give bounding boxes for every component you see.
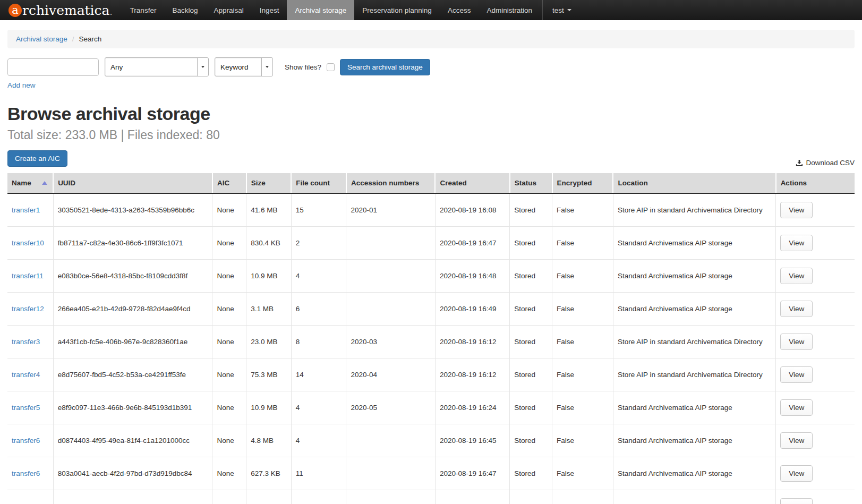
uuid-cell: fb8711a7-c82a-4e30-86c6-1ff9f3fc1071 xyxy=(53,227,212,260)
column-header-location[interactable]: Location xyxy=(613,173,775,193)
accession-numbers-cell: 2020-04 xyxy=(346,358,435,391)
show-files-checkbox[interactable] xyxy=(327,63,335,71)
select-dropdown-button[interactable] xyxy=(261,58,272,76)
archival-storage-table: Name UUID AIC Size File count Accession … xyxy=(7,173,855,504)
actions-cell: View xyxy=(776,358,855,391)
column-header-created[interactable]: Created xyxy=(435,173,509,193)
encrypted-cell: False xyxy=(552,260,613,293)
user-menu[interactable]: test xyxy=(542,0,581,20)
actions-cell: View xyxy=(776,260,855,293)
create-aic-button[interactable]: Create an AIC xyxy=(7,150,67,167)
sort-ascending-icon xyxy=(42,181,47,185)
view-button[interactable]: View xyxy=(780,202,813,218)
search-query-input[interactable] xyxy=(7,58,99,76)
column-header-accession-numbers[interactable]: Accession numbers xyxy=(346,173,435,193)
column-header-actions[interactable]: Actions xyxy=(776,173,855,193)
transfer-name-link[interactable]: transfer4 xyxy=(12,371,40,379)
column-header-encrypted[interactable]: Encrypted xyxy=(552,173,613,193)
transfer-name-link[interactable]: transfer5 xyxy=(12,404,40,412)
chevron-down-icon xyxy=(201,66,204,68)
aic-cell: None xyxy=(212,391,246,424)
view-button[interactable]: View xyxy=(780,268,813,284)
actions-cell: View xyxy=(776,227,855,260)
user-menu-label: test xyxy=(552,6,564,14)
caret-down-icon xyxy=(567,9,571,11)
nav-item-appraisal[interactable]: Appraisal xyxy=(206,0,251,20)
actions-cell: View xyxy=(776,457,855,490)
transfer-name-link[interactable]: transfer6 xyxy=(12,437,40,445)
column-header-name[interactable]: Name xyxy=(7,173,53,193)
transfer-name-link[interactable]: transfer1 xyxy=(12,206,40,214)
column-header-size[interactable]: Size xyxy=(246,173,292,193)
nav-item-preservation-planning[interactable]: Preservation planning xyxy=(354,0,440,20)
column-header-uuid[interactable]: UUID xyxy=(53,173,212,193)
column-header-status[interactable]: Status xyxy=(510,173,552,193)
created-cell: 2020-08-19 16:24 xyxy=(435,391,509,424)
location-cell: Standard Archivematica AIP storage xyxy=(613,391,775,424)
aic-cell: None xyxy=(212,326,246,358)
status-cell: Stored xyxy=(510,260,552,293)
name-cell: transfer6 xyxy=(7,424,53,457)
view-button[interactable]: View xyxy=(780,498,813,504)
select-dropdown-button[interactable] xyxy=(197,58,208,76)
nav-item-ingest[interactable]: Ingest xyxy=(252,0,287,20)
breadcrumb: Archival storage / Search xyxy=(7,30,855,48)
view-button[interactable]: View xyxy=(780,334,813,350)
transfer-name-link[interactable]: transfer12 xyxy=(12,305,44,313)
show-files-label: Show files? xyxy=(285,63,321,71)
encrypted-cell: False xyxy=(552,326,613,358)
nav-item-access[interactable]: Access xyxy=(440,0,479,20)
search-field-select[interactable]: Any xyxy=(105,57,209,76)
search-type-select[interactable]: Keyword xyxy=(215,57,273,76)
size-cell: 10.9 MB xyxy=(246,260,292,293)
created-cell: 2020-08-19 16:08 xyxy=(435,193,509,227)
aic-cell: None xyxy=(212,457,246,490)
transfer-name-link[interactable]: transfer10 xyxy=(12,239,44,247)
breadcrumb-archival-storage-link[interactable]: Archival storage xyxy=(16,35,67,43)
nav-item-backlog[interactable]: Backlog xyxy=(164,0,206,20)
accession-numbers-cell xyxy=(346,490,435,504)
file-count-cell: 11 xyxy=(291,457,346,490)
table-row: transfer4 e8d75607-fbd5-4c52-b53a-ce4291… xyxy=(7,358,855,391)
logo-a-icon: a xyxy=(8,4,22,17)
transfer-name-link[interactable]: transfer6 xyxy=(12,469,40,477)
aic-cell: None xyxy=(212,490,246,504)
location-cell: Standard Archivematica AIP storage xyxy=(613,260,775,293)
search-archival-storage-button[interactable]: Search archival storage xyxy=(340,59,430,75)
name-cell: transfer12 xyxy=(7,293,53,326)
encrypted-cell: False xyxy=(552,193,613,227)
nav-item-administration[interactable]: Administration xyxy=(479,0,540,20)
nav-item-transfer[interactable]: Transfer xyxy=(122,0,165,20)
status-cell: Stored xyxy=(510,391,552,424)
view-button[interactable]: View xyxy=(780,399,813,416)
view-button[interactable]: View xyxy=(780,301,813,317)
size-cell: 75.3 MB xyxy=(246,358,292,391)
view-button[interactable]: View xyxy=(780,366,813,383)
transfer-name-link[interactable]: transfer11 xyxy=(12,272,44,280)
view-button[interactable]: View xyxy=(780,465,813,482)
encrypted-cell: False xyxy=(552,391,613,424)
brand-dot: . xyxy=(110,7,113,20)
uuid-cell: 30350521-8ede-4313-a263-45359b96bb6c xyxy=(53,193,212,227)
name-cell: transfer5 xyxy=(7,391,53,424)
column-header-file-count[interactable]: File count xyxy=(291,173,346,193)
chevron-down-icon xyxy=(266,66,269,68)
aic-cell: None xyxy=(212,227,246,260)
nav-item-archival-storage[interactable]: Archival storage xyxy=(287,0,354,20)
name-cell: transfer4 xyxy=(7,358,53,391)
location-cell: Store AIP in standard Archivematica Dire… xyxy=(613,326,775,358)
transfer-name-link[interactable]: transfer3 xyxy=(12,338,40,346)
download-csv-link[interactable]: Download CSV xyxy=(796,159,855,167)
name-cell: transfer6 xyxy=(7,457,53,490)
view-button[interactable]: View xyxy=(780,432,813,449)
archivematica-logo[interactable]: archivematica. xyxy=(0,0,122,20)
location-cell: Standard Archivematica AIP storage xyxy=(613,293,775,326)
accession-numbers-cell xyxy=(346,424,435,457)
created-cell: 2020-08-19 16:48 xyxy=(435,260,509,293)
column-header-aic[interactable]: AIC xyxy=(212,173,246,193)
uuid-cell: e8d75607-fbd5-4c52-b53a-ce4291ff53fe xyxy=(53,358,212,391)
size-cell: 627.3 KB xyxy=(246,457,292,490)
storage-summary: Total size: 233.0 MB | Files indexed: 80 xyxy=(7,128,855,142)
add-new-link[interactable]: Add new xyxy=(7,81,36,89)
view-button[interactable]: View xyxy=(780,235,813,251)
